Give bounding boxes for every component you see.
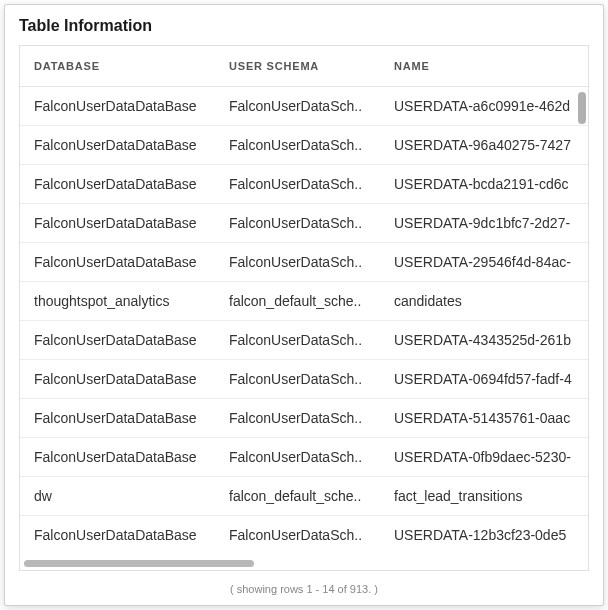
cell-user-schema: falcon_default_sche.. [215,477,380,516]
vertical-scrollbar-thumb[interactable] [578,92,586,124]
cell-user-schema: falcon_default_sche.. [215,282,380,321]
table-row[interactable]: FalconUserDataDataBaseFalconUserDataSch.… [20,165,588,204]
table-row[interactable]: FalconUserDataDataBaseFalconUserDataSch.… [20,243,588,282]
cell-database: FalconUserDataDataBase [20,165,215,204]
table-row[interactable]: thoughtspot_analyticsfalcon_default_sche… [20,282,588,321]
cell-user-schema: FalconUserDataSch.. [215,87,380,126]
cell-database: FalconUserDataDataBase [20,126,215,165]
table-row[interactable]: FalconUserDataDataBaseFalconUserDataSch.… [20,204,588,243]
cell-name: USERDATA-4343525d-261b [380,321,588,360]
panel-title: Table Information [5,5,603,45]
cell-user-schema: FalconUserDataSch.. [215,204,380,243]
col-header-database[interactable]: DATABASE [20,46,215,87]
cell-name: candidates [380,282,588,321]
cell-name: USERDATA-29546f4d-84ac- [380,243,588,282]
table-container: DATABASE USER SCHEMA NAME FalconUserData… [19,45,589,571]
col-header-name[interactable]: NAME [380,46,588,87]
cell-database: FalconUserDataDataBase [20,516,215,555]
cell-user-schema: FalconUserDataSch.. [215,516,380,555]
table-info-panel: Table Information DATABASE USER SCHEMA N… [4,4,604,606]
cell-database: FalconUserDataDataBase [20,360,215,399]
col-header-user-schema[interactable]: USER SCHEMA [215,46,380,87]
cell-user-schema: FalconUserDataSch.. [215,243,380,282]
cell-name: USERDATA-0fb9daec-5230- [380,438,588,477]
table-row[interactable]: FalconUserDataDataBaseFalconUserDataSch.… [20,516,588,555]
cell-database: FalconUserDataDataBase [20,399,215,438]
cell-name: fact_lead_transitions [380,477,588,516]
table-row[interactable]: FalconUserDataDataBaseFalconUserDataSch.… [20,360,588,399]
cell-user-schema: FalconUserDataSch.. [215,165,380,204]
cell-database: dw [20,477,215,516]
table-row[interactable]: FalconUserDataDataBaseFalconUserDataSch.… [20,321,588,360]
row-count-footer: ( showing rows 1 - 14 of 913. ) [5,577,603,605]
cell-user-schema: FalconUserDataSch.. [215,360,380,399]
cell-database: FalconUserDataDataBase [20,87,215,126]
cell-database: FalconUserDataDataBase [20,204,215,243]
cell-name: USERDATA-bcda2191-cd6c [380,165,588,204]
table-header-row: DATABASE USER SCHEMA NAME [20,46,588,87]
cell-database: FalconUserDataDataBase [20,321,215,360]
cell-name: USERDATA-a6c0991e-462d [380,87,588,126]
cell-database: thoughtspot_analytics [20,282,215,321]
cell-user-schema: FalconUserDataSch.. [215,321,380,360]
cell-name: USERDATA-0694fd57-fadf-4 [380,360,588,399]
cell-user-schema: FalconUserDataSch.. [215,399,380,438]
cell-name: USERDATA-12b3cf23-0de5 [380,516,588,555]
cell-database: FalconUserDataDataBase [20,438,215,477]
table-row[interactable]: dwfalcon_default_sche..fact_lead_transit… [20,477,588,516]
data-table: DATABASE USER SCHEMA NAME FalconUserData… [20,46,588,554]
table-row[interactable]: FalconUserDataDataBaseFalconUserDataSch.… [20,87,588,126]
table-row[interactable]: FalconUserDataDataBaseFalconUserDataSch.… [20,399,588,438]
cell-name: USERDATA-9dc1bfc7-2d27- [380,204,588,243]
cell-user-schema: FalconUserDataSch.. [215,438,380,477]
table-row[interactable]: FalconUserDataDataBaseFalconUserDataSch.… [20,126,588,165]
table-scroll-area[interactable]: DATABASE USER SCHEMA NAME FalconUserData… [20,46,588,556]
cell-user-schema: FalconUserDataSch.. [215,126,380,165]
horizontal-scrollbar-thumb[interactable] [24,560,254,567]
cell-name: USERDATA-51435761-0aac [380,399,588,438]
cell-database: FalconUserDataDataBase [20,243,215,282]
table-row[interactable]: FalconUserDataDataBaseFalconUserDataSch.… [20,438,588,477]
horizontal-scrollbar-track[interactable] [20,556,588,570]
cell-name: USERDATA-96a40275-7427 [380,126,588,165]
